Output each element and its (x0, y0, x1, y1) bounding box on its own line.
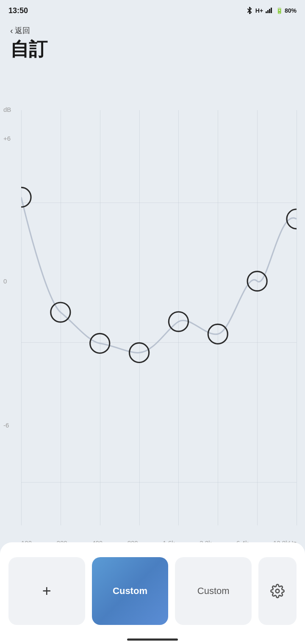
back-label: 返回 (15, 25, 30, 36)
svg-rect-0 (266, 11, 267, 13)
svg-rect-2 (269, 9, 270, 13)
preset-custom-1-button[interactable]: Custom (92, 557, 169, 625)
settings-icon (270, 584, 285, 598)
network-icon: H+ (255, 7, 263, 14)
svg-rect-1 (267, 10, 269, 13)
add-preset-button[interactable]: + (8, 557, 85, 625)
back-button[interactable]: ‹ 返回 (10, 25, 295, 36)
preset-custom-1-label: Custom (113, 586, 147, 597)
page-title: 自訂 (10, 39, 295, 59)
preset-custom-2-button[interactable]: Custom (175, 557, 252, 625)
status-bar: 13:50 H+ 🔋 80% (0, 0, 305, 21)
settings-button[interactable] (258, 557, 297, 625)
db-zero-label: 0 (3, 278, 7, 285)
header: ‹ 返回 自訂 (0, 21, 305, 59)
svg-rect-3 (271, 8, 272, 13)
eq-curve-svg (21, 110, 297, 483)
bluetooth-icon (246, 6, 253, 15)
back-chevron-icon: ‹ (10, 26, 13, 36)
signal-icon (266, 7, 273, 14)
eq-area: dB +6 0 -6 (0, 85, 305, 551)
db-minus6-label: -6 (3, 422, 9, 429)
db-plus6-label: +6 (3, 135, 11, 142)
home-indicator (127, 638, 178, 641)
svg-point-4 (276, 589, 280, 593)
db-unit-label: dB (3, 106, 11, 113)
bottom-bar: + Custom Custom (0, 542, 305, 644)
status-icons: H+ 🔋 80% (246, 6, 297, 15)
add-icon: + (42, 582, 51, 600)
status-time: 13:50 (8, 6, 28, 15)
eq-curve (21, 197, 297, 353)
preset-custom-2-label: Custom (197, 586, 230, 597)
grid-line-12800 (297, 110, 297, 525)
battery-icon: 🔋 80% (276, 7, 297, 14)
